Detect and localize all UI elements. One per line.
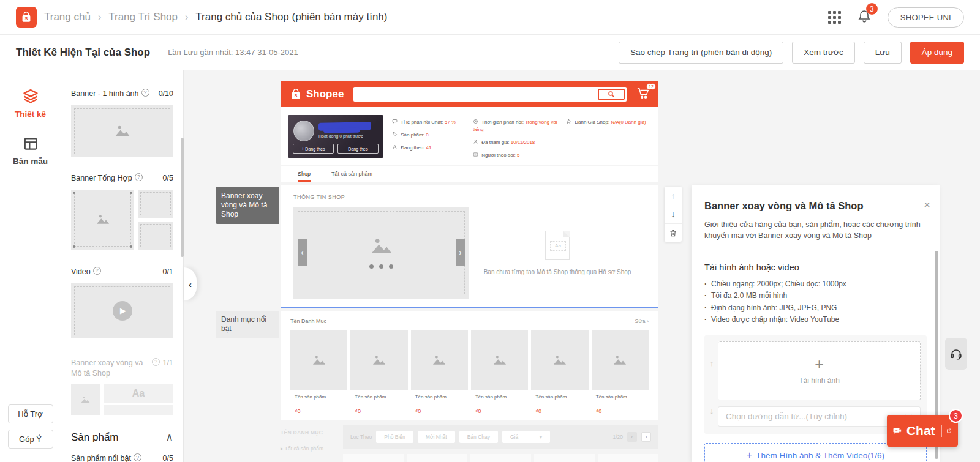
reorder-controls: ↑ ↓ [706,341,718,427]
follow-button[interactable]: + Đang theo [293,144,334,154]
help-icon[interactable]: ? [134,453,141,461]
chat-badge: 3 [949,409,963,423]
save-button[interactable]: Lưu [864,42,902,64]
page-prev-button[interactable]: ‹ [627,432,637,442]
shopee-logo-icon[interactable] [16,7,37,28]
featured-category-section[interactable]: Tên Danh Mục Sửa › Tên sản phẩm₫0 Tên sả… [281,311,658,420]
upload-section-title: Tải hình ảnh hoặc video [704,263,927,272]
banner-carousel-count: 1/1 [163,358,173,368]
carousel-next-icon[interactable]: › [456,239,465,266]
mini-text-slots: Aa [104,384,173,415]
filter-popular-button[interactable]: Phổ Biến [376,431,413,443]
video-label: Video [71,267,91,277]
page-title: Thiết Kế Hiện Tại của Shop [16,47,150,59]
product-card: Tên sản phẩm₫0 [350,330,407,420]
section-actions-toolbar: ↑ ↓ [665,187,682,242]
play-icon: ▶ [113,301,132,321]
expand-icon[interactable] [946,426,952,436]
rail-item-design[interactable]: Thiết kế [0,88,61,119]
banner-combo-placeholder[interactable] [71,190,173,250]
reorder-up-icon[interactable]: ↑ [710,359,714,368]
panel-scrollbar[interactable] [181,138,184,257]
close-icon[interactable]: × [924,199,930,211]
chat-widget[interactable]: Chat 3 [887,415,958,447]
breadcrumb-shop-decoration[interactable]: Trang Trí Shop [108,11,178,23]
category-list-section: TÊN DANH MỤC ▶ Tất cả sản phẩm Hàng mới … [281,425,658,462]
shop-preview: Shopee 12 Hoạt động 0 phút trước [281,81,658,462]
filter-label: Lọc Theo [350,434,372,440]
preview-cart-icon[interactable]: 12 [636,87,650,102]
upload-image-dropzone[interactable]: + Tải hình ảnh [718,341,921,400]
tag-icon [392,132,398,137]
preview-button[interactable]: Xem trước [792,42,854,64]
help-icon[interactable]: ? [152,358,160,366]
copy-mobile-decoration-button[interactable]: Sao chép Trang trí (phiên bản di động) [619,42,783,64]
page-next-button[interactable]: › [641,432,651,442]
apps-grid-icon[interactable] [828,11,841,24]
shopee-uni-button[interactable]: SHOPEE UNI [888,7,964,28]
rail-item-templates[interactable]: Bản mẫu [0,136,61,166]
product-cards: Tên sản phẩm₫0 Tên sản phẩm₫0 Tên sản ph… [290,330,649,420]
shop-profile-card: Hoạt động 0 phút trước + Đang theo Đang … [288,115,383,158]
feedback-button[interactable]: Góp Ý [8,430,53,449]
category-title: Tên Danh Mục [290,318,326,324]
edit-category-link[interactable]: Sửa › [635,318,649,324]
preview-tabs: Shop Tất cả sản phẩm [281,165,658,182]
component-featured-products: Sản phẩm nổi bật ? 0/5 [71,453,173,462]
shop-name-redacted [318,122,371,130]
selected-banner-section[interactable]: THÔNG TIN SHOP ‹ › Aa Bạn chưa từng tạo … [281,185,658,308]
shop-info-title: THÔNG TIN SHOP [293,194,646,200]
link-placeholder-text: Chọn đường dẫn từ...(Tùy chỉnh) [726,412,847,421]
carousel-prev-icon[interactable]: ‹ [298,239,307,266]
preview-search-input[interactable] [353,87,627,102]
products-section-header[interactable]: Sản phẩm ∧ [71,431,173,444]
product-card: Tên sản phẩm₫0 [411,330,468,420]
help-icon[interactable]: ? [135,173,143,181]
stat-products: Sản phẩm: 0 [392,132,466,139]
no-description-block: Aa Bạn chưa từng tạo Mô tả Shop thông qu… [469,207,646,299]
no-description-text: Bạn chưa từng tạo Mô tả Shop thông qua H… [484,269,631,275]
filter-newest-button[interactable]: Mới Nhất [418,431,455,443]
label-featured-category[interactable]: Danh mục nổi bật [216,311,279,338]
product-card: Tên sản phẩm₫0 [290,330,347,420]
support-fab[interactable] [945,338,967,370]
video-placeholder[interactable]: ▶ [71,283,173,338]
move-section-up-icon[interactable]: ↑ [665,187,682,205]
apply-button[interactable]: Áp dụng [910,42,964,64]
shop-avatar [293,121,314,141]
category-item-all: ▶ Tất cả sản phẩm [281,445,339,452]
notifications-bell-icon[interactable]: 3 [857,9,872,26]
filter-bestseller-button[interactable]: Bán Chạy [459,431,498,443]
filter-price-dropdown[interactable]: Giá▾ [502,431,550,443]
reorder-down-icon[interactable]: ↓ [710,406,714,415]
banner-single-placeholder[interactable] [71,105,173,157]
support-button[interactable]: Hỗ Trợ [8,404,53,423]
banner-single-label: Banner - 1 hình ảnh [71,89,139,99]
filter-bar: Lọc Theo Phổ Biến Mới Nhất Bán Chạy Giá▾… [343,425,658,449]
breadcrumb-separator: › [185,12,188,23]
move-section-down-icon[interactable]: ↓ [665,205,682,223]
help-icon[interactable]: ? [141,89,149,97]
headset-icon [949,347,963,360]
help-icon[interactable]: ? [93,267,101,275]
rule-dimensions: Chiều ngang: 2000px; Chiều dọc: 1000px [704,278,927,290]
person-icon [392,144,398,150]
tab-shop[interactable]: Shop [298,171,311,182]
mini-text-aa: Aa [104,384,173,403]
tab-all-products[interactable]: Tất cả sản phẩm [331,171,372,182]
delete-section-icon[interactable] [665,223,682,242]
breadcrumb-separator: › [98,12,101,23]
shop-stats: Tỉ lệ phản hồi Chat: 57 % Sản phẩm: 0 Đa… [392,115,658,159]
page-indicator: 1/20 [612,434,623,440]
upload-image-label: Tải hình ảnh [799,376,840,385]
category-caps-title: TÊN DANH MỤC [281,430,339,436]
chat-shop-button[interactable]: Đang theo [337,144,379,154]
combo-main-slot [71,190,134,250]
preview-search-button[interactable] [598,89,625,100]
breadcrumb-current: Trang chủ của Shop (phiên bản máy tính) [195,11,387,23]
banner-carousel-placeholder[interactable]: Aa [71,384,173,415]
chevron-up-icon: ∧ [166,431,173,444]
mini-image-slot [71,384,100,415]
label-banner-carousel[interactable]: Banner xoay vòng và Mô tả Shop [216,187,279,224]
breadcrumb-home[interactable]: Trang chủ [44,11,91,23]
